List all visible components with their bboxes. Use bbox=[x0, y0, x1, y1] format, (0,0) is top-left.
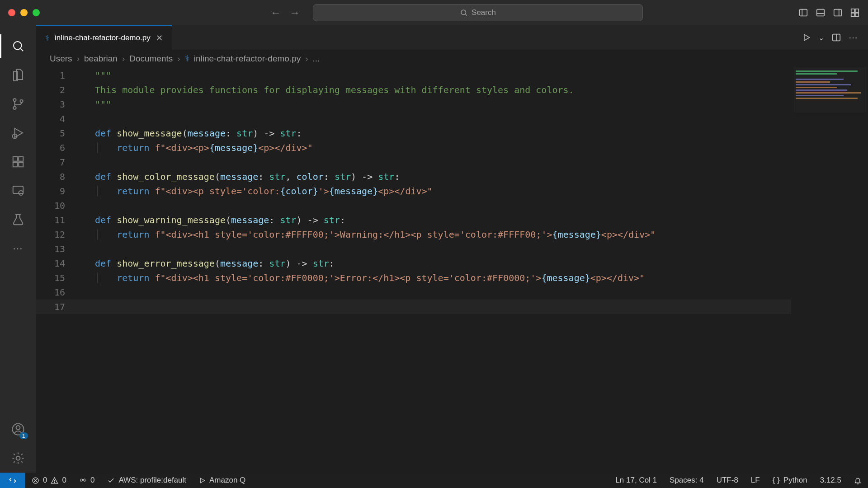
minimap[interactable] bbox=[794, 67, 866, 113]
line-number: 10 bbox=[36, 198, 65, 213]
braces-icon: { } bbox=[773, 476, 780, 485]
breadcrumb-part[interactable]: Users bbox=[50, 54, 72, 64]
svg-point-0 bbox=[461, 10, 466, 15]
status-problems[interactable]: 0 0 bbox=[25, 476, 73, 485]
main-area: ⋯ 1 ⚕ inline-chat-refactor-demo.py ✕ ⌄ ⋯ bbox=[0, 25, 868, 473]
line-number: 2 bbox=[36, 83, 65, 97]
nav-forward-icon[interactable]: → bbox=[289, 6, 300, 19]
gear-icon bbox=[11, 451, 25, 465]
explorer-activity[interactable] bbox=[0, 61, 36, 89]
svg-marker-38 bbox=[201, 478, 205, 483]
title-bar: ← → Search bbox=[0, 0, 868, 25]
more-icon[interactable]: ⋯ bbox=[849, 32, 859, 43]
beaker-icon bbox=[11, 213, 25, 226]
svg-rect-11 bbox=[855, 13, 859, 16]
bell-icon bbox=[854, 477, 862, 484]
status-bar: 0 0 0 AWS: profile:default Amazon Q Ln 1… bbox=[0, 473, 868, 488]
status-notifications[interactable] bbox=[848, 476, 868, 485]
files-icon bbox=[11, 68, 25, 82]
close-icon[interactable]: ✕ bbox=[156, 33, 163, 43]
status-cursor[interactable]: Ln 17, Col 1 bbox=[609, 476, 663, 485]
status-indent[interactable]: Spaces: 4 bbox=[663, 476, 710, 485]
search-icon bbox=[460, 9, 468, 17]
svg-rect-6 bbox=[834, 9, 842, 16]
line-number-gutter: 1 2 3 4 5 6 7 8 9 10 11 12 13 14 15 16 1… bbox=[36, 67, 77, 473]
more-activity[interactable]: ⋯ bbox=[0, 234, 36, 263]
chevron-right-icon: › bbox=[122, 54, 125, 64]
chevron-right-icon: › bbox=[77, 54, 80, 64]
minimize-window-button[interactable] bbox=[20, 9, 28, 16]
svg-point-37 bbox=[82, 479, 84, 480]
status-aws[interactable]: AWS: profile:default bbox=[101, 476, 193, 485]
debug-icon bbox=[11, 126, 25, 140]
svg-point-15 bbox=[13, 107, 16, 109]
nav-back-icon[interactable]: ← bbox=[270, 6, 281, 19]
check-icon bbox=[107, 477, 115, 484]
remote-icon bbox=[8, 476, 17, 485]
status-amazonq[interactable]: Amazon Q bbox=[193, 476, 252, 485]
source-control-activity[interactable] bbox=[0, 89, 36, 118]
svg-point-16 bbox=[20, 100, 23, 103]
layout-sidebar-right-icon[interactable] bbox=[833, 8, 843, 18]
line-number: 9 bbox=[36, 184, 65, 198]
line-number: 15 bbox=[36, 271, 65, 285]
account-badge: 1 bbox=[19, 432, 28, 439]
extensions-activity[interactable] bbox=[0, 147, 36, 176]
chevron-down-icon[interactable]: ⌄ bbox=[818, 33, 824, 42]
breadcrumb-part[interactable]: ... bbox=[313, 54, 320, 64]
remote-explorer-activity[interactable] bbox=[0, 176, 36, 205]
maximize-window-button[interactable] bbox=[33, 9, 40, 16]
error-count: 0 bbox=[43, 476, 47, 485]
line-number: 4 bbox=[36, 112, 65, 126]
line-number: 8 bbox=[36, 169, 65, 184]
close-window-button[interactable] bbox=[8, 9, 15, 16]
svg-point-36 bbox=[54, 482, 55, 483]
git-branch-icon bbox=[11, 97, 25, 111]
status-eol[interactable]: LF bbox=[745, 476, 766, 485]
line-number: 14 bbox=[36, 256, 65, 271]
ports-count: 0 bbox=[90, 476, 94, 485]
command-center-search[interactable]: Search bbox=[313, 4, 643, 21]
split-editor-icon[interactable] bbox=[831, 33, 841, 42]
line-number: 7 bbox=[36, 155, 65, 169]
remote-indicator[interactable] bbox=[0, 473, 25, 488]
svg-rect-19 bbox=[13, 157, 18, 161]
svg-rect-21 bbox=[19, 162, 23, 167]
status-language[interactable]: { } Python bbox=[766, 476, 814, 485]
window-controls bbox=[8, 9, 40, 16]
editor-group: ⚕ inline-chat-refactor-demo.py ✕ ⌄ ⋯ Use… bbox=[36, 25, 868, 473]
svg-point-28 bbox=[16, 456, 20, 460]
run-debug-activity[interactable] bbox=[0, 118, 36, 147]
layout-panel-icon[interactable] bbox=[816, 8, 826, 18]
status-encoding[interactable]: UTF-8 bbox=[710, 476, 745, 485]
testing-activity[interactable] bbox=[0, 205, 36, 234]
search-activity[interactable] bbox=[0, 32, 36, 61]
svg-rect-2 bbox=[800, 9, 807, 16]
settings-activity[interactable] bbox=[0, 444, 36, 473]
svg-point-12 bbox=[14, 42, 22, 50]
status-python-version[interactable]: 3.12.5 bbox=[814, 476, 848, 485]
line-number: 13 bbox=[36, 242, 65, 256]
svg-marker-29 bbox=[804, 34, 810, 40]
breadcrumb-part[interactable]: inline-chat-refactor-demo.py bbox=[194, 54, 301, 64]
svg-point-14 bbox=[13, 99, 16, 101]
line-number: 1 bbox=[36, 68, 65, 83]
breadcrumb[interactable]: Users › beabrian › Documents › ⚕ inline-… bbox=[36, 50, 868, 67]
tab-bar: ⚕ inline-chat-refactor-demo.py ✕ ⌄ ⋯ bbox=[36, 25, 868, 50]
layout-sidebar-left-icon[interactable] bbox=[798, 8, 808, 18]
tab-label: inline-chat-refactor-demo.py bbox=[55, 33, 151, 42]
accounts-activity[interactable]: 1 bbox=[0, 415, 36, 444]
svg-rect-8 bbox=[851, 9, 854, 12]
breadcrumb-part[interactable]: beabrian bbox=[84, 54, 118, 64]
svg-rect-23 bbox=[13, 186, 24, 193]
run-file-icon[interactable] bbox=[802, 33, 811, 42]
status-ports[interactable]: 0 bbox=[73, 476, 101, 485]
activity-bar: ⋯ 1 bbox=[0, 25, 36, 473]
current-line-highlight bbox=[36, 300, 791, 314]
code-editor[interactable]: 1 2 3 4 5 6 7 8 9 10 11 12 13 14 15 16 1… bbox=[36, 67, 868, 473]
svg-rect-9 bbox=[855, 9, 859, 12]
tab-active[interactable]: ⚕ inline-chat-refactor-demo.py ✕ bbox=[36, 25, 172, 50]
breadcrumb-part[interactable]: Documents bbox=[129, 54, 173, 64]
code-content[interactable]: """ This module provides functions for d… bbox=[77, 67, 868, 473]
customize-layout-icon[interactable] bbox=[850, 8, 860, 18]
